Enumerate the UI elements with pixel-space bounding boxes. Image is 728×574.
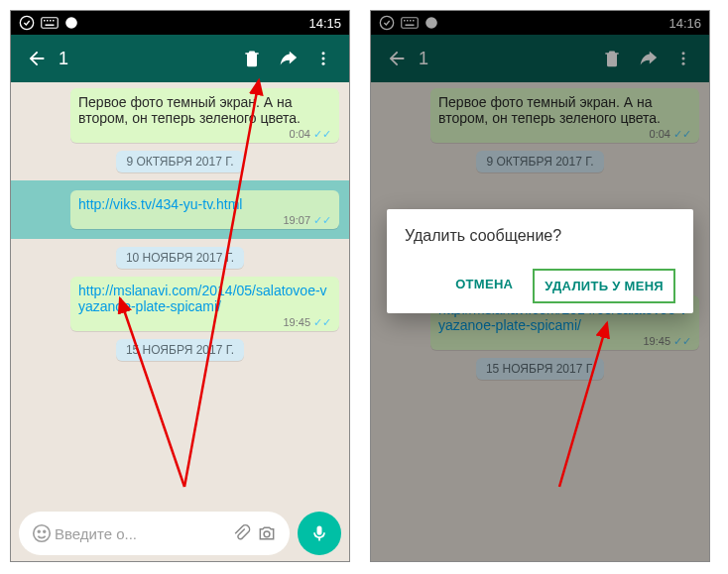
message-bubble[interactable]: http://mslanavi.com/2014/05/salatovoe-vy… <box>70 277 339 331</box>
svg-point-11 <box>34 525 51 542</box>
svg-rect-3 <box>47 20 49 22</box>
svg-point-9 <box>322 57 325 60</box>
input-bar: Введите о... <box>11 506 349 561</box>
svg-point-8 <box>322 52 325 55</box>
chat-area[interactable]: Первое фото темный экран. А на втором, о… <box>11 82 349 506</box>
emoji-icon[interactable] <box>29 522 55 544</box>
status-time: 14:15 <box>308 16 341 31</box>
svg-rect-5 <box>53 20 55 22</box>
read-ticks-icon: ✓✓ <box>313 316 331 328</box>
more-icon[interactable] <box>305 50 341 67</box>
selection-count: 1 <box>55 49 234 69</box>
svg-rect-4 <box>50 20 52 22</box>
delete-icon[interactable] <box>234 49 270 68</box>
forward-icon[interactable] <box>270 48 305 69</box>
svg-point-14 <box>264 531 270 537</box>
svg-rect-2 <box>44 20 46 22</box>
delete-for-me-button[interactable]: УДАЛИТЬ У МЕНЯ <box>533 269 675 303</box>
phone-right: 14:16 1 Первое фото темный экран. А на в… <box>370 10 710 562</box>
date-chip: 9 ОКТЯБРЯ 2017 Г. <box>116 151 243 172</box>
attach-icon[interactable] <box>228 523 254 543</box>
svg-rect-1 <box>42 18 59 29</box>
cancel-button[interactable]: ОТМЕНА <box>445 269 523 303</box>
mic-button[interactable] <box>298 512 341 555</box>
camera-icon[interactable] <box>254 523 280 543</box>
status-bar: 14:15 <box>11 11 349 35</box>
keyboard-icon <box>41 17 59 29</box>
read-ticks-icon: ✓✓ <box>313 128 331 140</box>
message-time: 19:45 <box>283 316 310 328</box>
date-chip: 15 НОЯБРЯ 2017 Г. <box>116 339 244 361</box>
app-badge-icon <box>19 15 35 31</box>
message-bubble[interactable]: Первое фото темный экран. А на втором, о… <box>70 88 339 143</box>
phone-left: 14:15 1 Первое фото темный экран. А на в… <box>10 10 350 562</box>
svg-point-7 <box>65 17 77 29</box>
back-icon[interactable] <box>19 48 55 69</box>
svg-point-0 <box>20 16 33 29</box>
svg-rect-6 <box>46 25 55 27</box>
svg-point-10 <box>322 62 325 65</box>
input-placeholder: Введите о... <box>55 525 228 542</box>
svg-point-12 <box>38 530 40 532</box>
read-ticks-icon: ✓✓ <box>313 214 331 226</box>
selection-appbar: 1 <box>11 35 349 82</box>
message-link[interactable]: http://mslanavi.com/2014/05/salatovoe-vy… <box>78 283 327 314</box>
date-chip: 10 НОЯБРЯ 2017 Г. <box>116 247 244 269</box>
message-input[interactable]: Введите о... <box>19 512 290 555</box>
dialog-title: Удалить сообщение? <box>405 227 675 245</box>
chat-icon <box>64 16 78 30</box>
delete-dialog: Удалить сообщение? ОТМЕНА УДАЛИТЬ У МЕНЯ <box>387 209 693 313</box>
message-time: 0:04 <box>290 128 310 140</box>
message-link[interactable]: http://viks.tv/434-yu-tv.html <box>78 196 242 212</box>
message-bubble[interactable]: http://viks.tv/434-yu-tv.html 19:07✓✓ <box>70 190 339 229</box>
svg-point-13 <box>44 530 46 532</box>
message-time: 19:07 <box>283 214 310 226</box>
selected-message-row[interactable]: http://viks.tv/434-yu-tv.html 19:07✓✓ <box>11 180 349 239</box>
message-text: Первое фото темный экран. А на втором, о… <box>78 94 331 126</box>
